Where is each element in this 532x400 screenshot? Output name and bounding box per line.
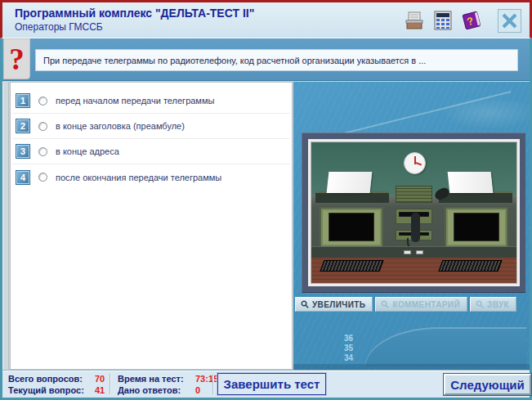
answers-panel: 1 перед началом передачи телеграммы 2 в …: [10, 82, 293, 370]
waterline: [293, 364, 530, 370]
right-printer-paper: [448, 172, 493, 193]
print-icon[interactable]: [402, 8, 427, 33]
title-bar: Программный комплекс "ДЕЛЬТА-ТЕСТ II" Оп…: [0, 0, 532, 38]
left-keyboard: [320, 260, 383, 272]
question-image: [311, 142, 516, 283]
background-highlight: [440, 97, 530, 129]
right-keyboard: [439, 260, 503, 272]
console-base: [311, 246, 516, 258]
answer-option-3[interactable]: 3 в конце адреса: [12, 139, 290, 164]
answer-number-badge: 1: [16, 94, 29, 107]
comment-button[interactable]: КОММЕНТАРИЙ: [375, 297, 467, 312]
zoom-image-button[interactable]: УВЕЛИЧИТЬ: [295, 297, 373, 312]
left-monitor: [320, 207, 383, 248]
total-questions-label: Всего вопросов:: [8, 374, 83, 384]
question-text: При передаче телеграммы по радиотелефону…: [43, 56, 426, 65]
close-icon[interactable]: [498, 9, 521, 33]
answer-label: перед началом передачи телеграммы: [56, 96, 214, 106]
current-question-label: Текущий вопрос:: [8, 385, 84, 395]
answer-number-badge: 3: [16, 145, 29, 158]
answer-option-1[interactable]: 1 перед началом передачи телеграммы: [12, 88, 290, 114]
status-bar: Всего вопросов: 70 Текущий вопрос: 41 Вр…: [2, 370, 530, 398]
answer-option-2[interactable]: 2 в конце заголовка (преамбуле): [12, 114, 290, 139]
test-time-value: 73:15: [195, 374, 218, 384]
console-switch: [416, 250, 423, 254]
main-row: 1 перед началом передачи телеграммы 2 в …: [2, 82, 530, 370]
console-switch: [404, 250, 411, 254]
test-time-label: Время на тест:: [118, 374, 184, 384]
answer-label: после окончания передачи телеграммы: [56, 173, 221, 182]
left-printer-paper: [327, 172, 372, 193]
app-title: Программный комплекс "ДЕЛЬТА-ТЕСТ II": [15, 7, 254, 20]
panel-splitter[interactable]: [2, 82, 9, 370]
center-instrument-rack: [396, 186, 432, 203]
magnifier-icon: [476, 300, 484, 308]
draft-number: 36: [344, 334, 353, 343]
answer-number-badge: 4: [16, 171, 29, 184]
question-text-field: При передаче телеграммы по радиотелефону…: [35, 49, 518, 71]
answer-label: в конце заголовка (преамбуле): [56, 121, 185, 131]
magnifier-icon: [301, 300, 309, 308]
question-strip: ? При передаче телеграммы по радиотелефо…: [2, 38, 530, 81]
right-shelf: [439, 191, 512, 203]
right-monitor: [445, 207, 508, 248]
status-divider: [110, 374, 110, 394]
total-questions-value: 70: [95, 374, 105, 384]
sound-button[interactable]: ЗВУК: [470, 297, 516, 312]
answers-given-value: 0: [195, 385, 200, 395]
answer-radio[interactable]: [38, 97, 47, 106]
calculator-icon[interactable]: [431, 8, 455, 33]
current-question-value: 41: [95, 385, 105, 395]
answers-given-label: Дано ответов:: [118, 385, 181, 395]
titlebar-icons: ?: [402, 8, 521, 33]
media-buttons: УВЕЛИЧИТЬ КОММЕНТАРИЙ: [295, 297, 516, 312]
status-divider: [212, 374, 213, 394]
app-subtitle: Операторы ГМССБ: [15, 21, 103, 33]
answer-radio[interactable]: [38, 173, 47, 182]
media-panel: 36 35 34: [293, 82, 530, 370]
help-book-icon[interactable]: ?: [459, 8, 484, 33]
clock-icon: [404, 152, 426, 174]
draft-number: 35: [344, 344, 353, 353]
app-window: Программный комплекс "ДЕЛЬТА-ТЕСТ II" Оп…: [0, 0, 532, 400]
question-image-mat: [308, 139, 520, 286]
answer-number-badge: 2: [16, 119, 29, 133]
left-shelf: [315, 191, 389, 203]
answer-radio[interactable]: [38, 147, 47, 156]
content-area: ? При передаче телеграммы по радиотелефо…: [0, 38, 532, 400]
answer-radio[interactable]: [38, 122, 47, 131]
question-image-frame: [302, 133, 525, 293]
finish-test-button[interactable]: Завершить тест: [217, 373, 326, 395]
answer-label: в конце адреса: [56, 146, 119, 156]
magnifier-icon: [381, 300, 389, 308]
next-question-button[interactable]: Следующий: [444, 374, 531, 395]
question-mark-icon: ?: [3, 38, 30, 79]
draft-number: 34: [344, 353, 353, 362]
answer-option-4[interactable]: 4 после окончания передачи телеграммы: [12, 164, 290, 190]
